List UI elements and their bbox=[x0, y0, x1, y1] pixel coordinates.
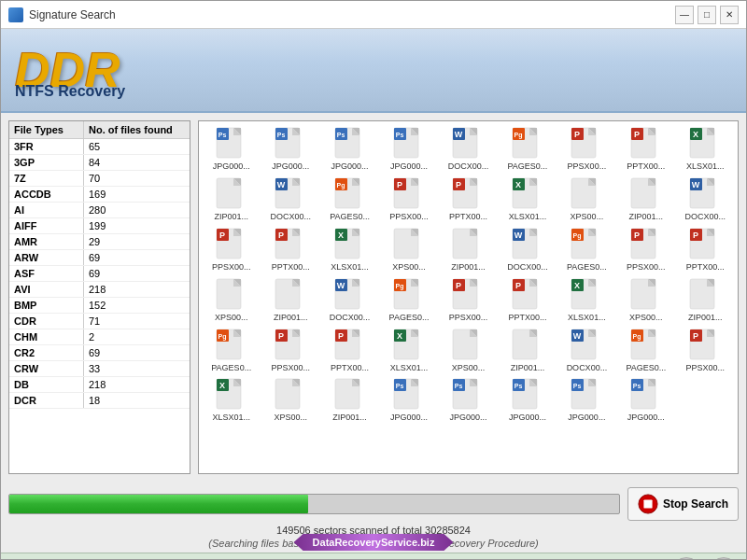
file-item[interactable]: X XLSX01... bbox=[558, 276, 615, 325]
file-item[interactable]: ZIP001... bbox=[440, 226, 497, 274]
file-type-name: 7Z bbox=[9, 171, 84, 186]
minimize-button[interactable]: — bbox=[675, 6, 694, 24]
col-file-types: File Types bbox=[9, 121, 84, 138]
file-type-row[interactable]: CRW33 bbox=[9, 361, 190, 377]
file-icon bbox=[451, 329, 485, 362]
file-icon: P bbox=[333, 329, 367, 362]
stop-search-button[interactable]: Stop Search bbox=[627, 487, 739, 521]
file-label: JPG000... bbox=[331, 162, 369, 172]
file-type-row[interactable]: BMP152 bbox=[9, 298, 190, 314]
close-button[interactable]: ✕ bbox=[720, 6, 739, 24]
file-type-row[interactable]: CDR71 bbox=[9, 314, 190, 329]
file-item[interactable]: XPS00... bbox=[261, 376, 318, 425]
file-item[interactable]: X XLSX01... bbox=[677, 125, 734, 174]
file-item[interactable]: X XLSX01... bbox=[203, 376, 260, 425]
file-item[interactable]: Pg PAGES0... bbox=[203, 327, 260, 375]
file-type-row[interactable]: 3GP84 bbox=[9, 155, 190, 171]
file-item[interactable]: P PPSX00... bbox=[617, 226, 674, 274]
file-item[interactable]: ZIP001... bbox=[261, 276, 318, 325]
file-item[interactable]: XPS00... bbox=[558, 175, 615, 224]
col-files-found: No. of files found bbox=[84, 121, 190, 138]
file-item[interactable]: Ps JPG000... bbox=[321, 125, 378, 174]
nav-forward-button[interactable]: ► bbox=[709, 557, 739, 561]
file-item[interactable]: P PPSX00... bbox=[677, 327, 734, 375]
file-item[interactable]: P PPSX00... bbox=[380, 175, 437, 224]
file-item[interactable]: P PPTX00... bbox=[677, 226, 734, 274]
file-types-body[interactable]: 3FR653GP847Z70ACCDB169AI280AIFF199AMR29A… bbox=[9, 139, 190, 473]
file-item[interactable]: ZIP001... bbox=[617, 175, 674, 224]
file-item[interactable]: Ps JPG000... bbox=[440, 376, 497, 425]
file-type-row[interactable]: CR269 bbox=[9, 345, 190, 361]
file-item[interactable]: ZIP001... bbox=[321, 376, 378, 425]
file-type-row[interactable]: 7Z70 bbox=[9, 171, 190, 187]
file-item[interactable]: Ps JPG000... bbox=[203, 125, 260, 174]
file-item[interactable]: P PPTX00... bbox=[321, 327, 378, 375]
file-item[interactable]: XPS00... bbox=[203, 276, 260, 325]
file-item[interactable]: P PPSX00... bbox=[558, 125, 615, 174]
file-item[interactable]: W DOCX00... bbox=[321, 276, 378, 325]
file-icon: X bbox=[215, 378, 248, 412]
file-type-name: 3FR bbox=[9, 139, 84, 154]
file-item[interactable]: W DOCX00... bbox=[440, 125, 497, 174]
file-item[interactable]: P PPTX00... bbox=[499, 276, 556, 325]
file-item[interactable]: ZIP001... bbox=[499, 327, 556, 375]
file-type-name: BMP bbox=[9, 298, 84, 313]
file-item[interactable]: X XLSX01... bbox=[321, 226, 378, 274]
file-type-row[interactable]: ARW69 bbox=[9, 250, 190, 266]
file-item[interactable]: ZIP001... bbox=[203, 175, 260, 224]
file-item[interactable]: Pg PAGES0... bbox=[617, 327, 674, 375]
file-item[interactable]: X XLSX01... bbox=[380, 327, 437, 375]
file-item[interactable]: Pg PAGES0... bbox=[499, 125, 556, 174]
file-item[interactable]: Ps JPG000... bbox=[261, 125, 318, 174]
file-item[interactable]: Ps JPG000... bbox=[558, 376, 615, 425]
file-type-count: 18 bbox=[84, 393, 190, 408]
file-item[interactable]: Pg PAGES0... bbox=[380, 276, 437, 325]
file-item[interactable]: XPS00... bbox=[617, 276, 674, 325]
file-icon: W bbox=[451, 127, 485, 161]
file-item[interactable]: Pg PAGES0... bbox=[558, 226, 615, 274]
file-item[interactable]: Ps JPG000... bbox=[380, 125, 437, 174]
file-item[interactable]: ZIP001... bbox=[677, 276, 734, 325]
file-type-row[interactable]: AIFF199 bbox=[9, 218, 190, 234]
file-type-row[interactable]: ASF69 bbox=[9, 266, 190, 282]
svg-text:P: P bbox=[693, 231, 698, 240]
file-item[interactable]: P PPTX00... bbox=[261, 226, 318, 274]
file-type-row[interactable]: AI280 bbox=[9, 203, 190, 218]
file-item[interactable]: Ps JPG000... bbox=[380, 376, 437, 425]
file-icon bbox=[451, 228, 485, 261]
file-item[interactable]: W DOCX00... bbox=[677, 175, 734, 224]
progress-bar-fill bbox=[9, 495, 308, 513]
file-type-count: 71 bbox=[84, 314, 190, 329]
file-icon: Pg bbox=[392, 278, 426, 312]
file-item[interactable]: P PPTX00... bbox=[440, 175, 497, 224]
file-type-count: 169 bbox=[84, 187, 190, 202]
file-item[interactable]: XPS00... bbox=[440, 327, 497, 375]
file-item[interactable]: P PPTX00... bbox=[617, 125, 674, 174]
nav-back-button[interactable]: ◄ bbox=[671, 557, 701, 561]
file-type-row[interactable]: 3FR65 bbox=[9, 139, 190, 155]
maximize-button[interactable]: □ bbox=[698, 6, 716, 24]
file-type-row[interactable]: ACCDB169 bbox=[9, 187, 190, 203]
file-item[interactable]: W DOCX00... bbox=[261, 175, 318, 224]
file-type-row[interactable]: CHM2 bbox=[9, 329, 190, 345]
file-item[interactable]: XPS00... bbox=[380, 226, 437, 274]
file-item[interactable]: P PPSX00... bbox=[203, 226, 260, 274]
svg-text:Pg: Pg bbox=[336, 182, 345, 189]
file-type-row[interactable]: DB218 bbox=[9, 377, 190, 393]
file-item[interactable]: Pg PAGES0... bbox=[321, 175, 378, 224]
file-item[interactable]: Ps JPG000... bbox=[617, 376, 674, 425]
file-grid-panel[interactable]: Ps JPG000... Ps JPG000... Ps JPG000... P… bbox=[198, 120, 739, 474]
file-label: JPG000... bbox=[627, 413, 665, 423]
file-type-count: 65 bbox=[84, 139, 190, 154]
file-type-row[interactable]: DCR18 bbox=[9, 393, 190, 409]
file-type-row[interactable]: AMR29 bbox=[9, 234, 190, 250]
file-item[interactable]: X XLSX01... bbox=[499, 175, 556, 224]
file-item[interactable]: Ps JPG000... bbox=[499, 376, 556, 425]
file-item[interactable]: W DOCX00... bbox=[499, 226, 556, 274]
svg-text:X: X bbox=[338, 231, 344, 240]
file-item[interactable]: P PPSX00... bbox=[440, 276, 497, 325]
file-item[interactable]: P PPSX00... bbox=[261, 327, 318, 375]
file-type-row[interactable]: AVI218 bbox=[9, 282, 190, 298]
file-label: PPTX00... bbox=[508, 314, 546, 323]
file-item[interactable]: W DOCX00... bbox=[558, 327, 615, 375]
